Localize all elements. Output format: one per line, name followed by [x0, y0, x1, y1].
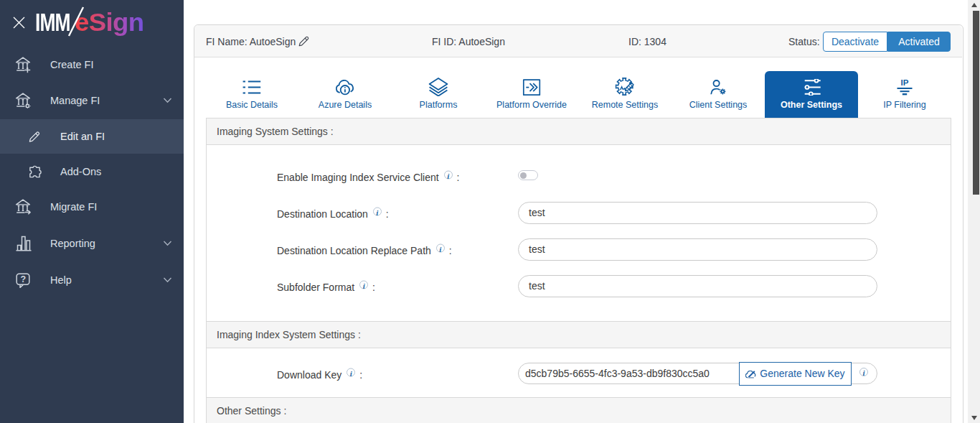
svg-text:IP: IP [901, 79, 909, 87]
svg-text:?: ? [20, 274, 26, 284]
